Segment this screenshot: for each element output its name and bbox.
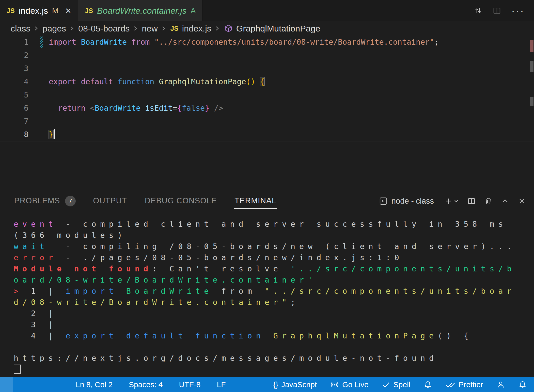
indentation[interactable]: Spaces: 4 [129, 380, 163, 389]
tab-boardwrite-container-js[interactable]: JS BoardWrite.container.js A [78, 0, 202, 21]
close-icon[interactable]: ✕ [65, 6, 71, 15]
tab-debug-console[interactable]: DEBUG CONSOLE [144, 189, 217, 213]
tab-terminal[interactable]: TERMINAL [234, 189, 277, 213]
maximize-panel-chevron-up-icon[interactable] [500, 197, 510, 206]
editor-actions: ··· [474, 0, 534, 21]
terminal-line: (366 modules) [14, 230, 534, 241]
split-editor-icon[interactable] [492, 6, 501, 15]
code-line-2[interactable]: 2 [0, 49, 534, 62]
terminal-output[interactable]: event - compiled client and server succe… [0, 213, 534, 377]
panel-tab-label: OUTPUT [92, 194, 127, 209]
terminal-selector[interactable]: node - class [379, 197, 434, 206]
new-terminal-button[interactable] [444, 197, 459, 205]
code-line-7[interactable]: 7 [0, 115, 534, 128]
language-mode[interactable]: {} JavaScript [273, 380, 317, 389]
breadcrumb: class pages 08-05-boards new JS index.js… [0, 21, 534, 36]
breadcrumb-item-index-js[interactable]: index.js [182, 24, 211, 34]
bell-icon[interactable] [423, 380, 432, 389]
breadcrumb-item-class[interactable]: class [11, 24, 30, 34]
line-number: 8 [0, 128, 38, 141]
terminal-line [14, 341, 534, 353]
panel-tab-label: DEBUG CONSOLE [144, 194, 217, 209]
breadcrumb-item-symbol[interactable]: GraphqlMutationPage [236, 24, 320, 34]
editor[interactable]: 1import BoardWrite from "../src/componen… [0, 36, 534, 189]
open-changes-icon[interactable] [474, 6, 483, 15]
code-line-3[interactable]: 3 [0, 62, 534, 75]
panel-tab-label: TERMINAL [234, 194, 277, 209]
chevron-right-icon [33, 25, 39, 32]
status-bar: Ln 8, Col 2 Spaces: 4 UTF-8 LF {} JavaSc… [0, 377, 534, 392]
terminal-line: oard/08-write/BoardWrite.container' [14, 274, 534, 286]
line-number: 4 [0, 75, 38, 88]
terminal-line: 4 | export default function GraphqlMutat… [14, 330, 534, 341]
tab-problems[interactable]: PROBLEMS 7 [14, 189, 76, 213]
code-text: return <BoardWrite isEdit={false} /> [49, 102, 223, 115]
prettier-status[interactable]: Prettier [445, 380, 483, 389]
status-left: Ln 8, Col 2 Spaces: 4 UTF-8 LF [76, 380, 226, 389]
braces-icon: {} [273, 380, 278, 389]
chevron-right-icon [161, 25, 166, 32]
ruler-mark [530, 97, 533, 106]
cursor-position[interactable]: Ln 8, Col 2 [76, 380, 113, 389]
chevron-down-icon[interactable] [453, 197, 459, 205]
code-text: } [49, 128, 55, 141]
terminal-line [14, 364, 534, 375]
double-check-icon [445, 380, 456, 389]
kill-terminal-trash-icon[interactable] [484, 197, 493, 206]
eol-sequence[interactable]: LF [217, 380, 226, 389]
panel-tab-label: PROBLEMS [14, 194, 60, 209]
line-number: 5 [0, 88, 38, 102]
panel-actions: node - class [379, 197, 526, 206]
code-line-8[interactable]: 8} [0, 128, 534, 141]
vscode-window: JS index.js M ✕ JS BoardWrite.container.… [0, 0, 534, 392]
git-added-badge: A [191, 6, 196, 15]
code-line-5[interactable]: 5 [0, 88, 534, 102]
check-icon [382, 380, 390, 389]
notifications-bell-icon[interactable] [518, 380, 527, 389]
editor-cursor [54, 129, 55, 139]
code-line-6[interactable]: 6 return <BoardWrite isEdit={false} /> [0, 102, 534, 115]
line-number: 2 [0, 49, 38, 62]
line-number: 1 [0, 36, 38, 49]
line-number: 7 [0, 115, 38, 128]
line-number: 6 [0, 102, 38, 115]
broadcast-icon [330, 380, 339, 389]
chevron-right-icon [133, 25, 138, 32]
terminal-line: Module not found: Can't resolve '../src/… [14, 263, 534, 274]
code-line-1[interactable]: 1import BoardWrite from "../src/componen… [0, 36, 534, 49]
terminal-line: > 1 | import BoardWrite from "../src/com… [14, 286, 534, 297]
plus-icon [444, 197, 453, 205]
encoding[interactable]: UTF-8 [179, 380, 201, 389]
remote-indicator[interactable] [0, 377, 13, 392]
terminal-line: error - ./pages/08-05-boards/new/index.j… [14, 252, 534, 263]
terminal-line: 3 | [14, 319, 534, 330]
panel-header: PROBLEMS 7 OUTPUT DEBUG CONSOLE TERMINAL [0, 189, 534, 213]
breadcrumb-item-boards[interactable]: 08-05-boards [78, 24, 130, 34]
breadcrumb-item-pages[interactable]: pages [42, 24, 66, 34]
terminal-line: d/08-write/BoardWrite.container"; [14, 297, 534, 308]
tab-output[interactable]: OUTPUT [92, 189, 127, 213]
terminal-name: node - class [391, 197, 434, 206]
spell-label: Spell [394, 380, 411, 389]
git-modified-gutter-marker [40, 37, 43, 48]
code-line-4[interactable]: 4export default function GraphqlMutation… [0, 75, 534, 88]
go-live-button[interactable]: Go Live [330, 380, 368, 389]
terminal-line: 2 | [14, 308, 534, 319]
prettier-label: Prettier [459, 380, 483, 389]
person-icon[interactable] [496, 380, 505, 389]
breadcrumb-item-new[interactable]: new [142, 24, 158, 34]
panel-tabs: PROBLEMS 7 OUTPUT DEBUG CONSOLE TERMINAL [14, 189, 277, 213]
language-label: JavaScript [281, 380, 317, 389]
close-panel-icon[interactable] [517, 197, 526, 206]
javascript-file-icon: JS [85, 7, 93, 15]
spell-checker-status[interactable]: Spell [382, 380, 411, 389]
more-actions-icon[interactable]: ··· [511, 6, 524, 15]
tab-index-js[interactable]: JS index.js M ✕ [0, 0, 78, 21]
line-number: 3 [0, 62, 38, 75]
terminal-line: https://nextjs.org/docs/messages/module-… [14, 353, 534, 364]
split-terminal-icon[interactable] [467, 197, 476, 206]
problems-count-badge: 7 [65, 196, 76, 206]
terminal-cursor [14, 365, 21, 374]
tab-label: index.js [19, 6, 48, 16]
overview-ruler[interactable] [529, 36, 534, 189]
